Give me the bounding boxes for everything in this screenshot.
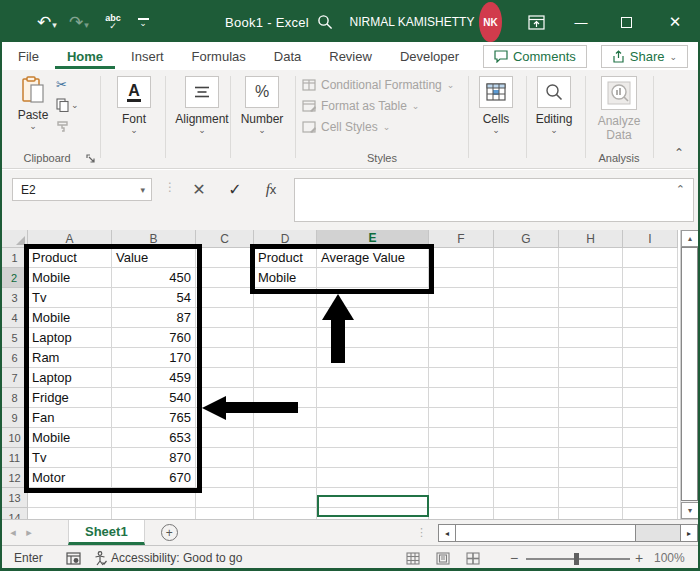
cell-E10[interactable] <box>317 428 429 448</box>
comments-button[interactable]: Comments <box>483 45 587 68</box>
cell-E12[interactable] <box>317 468 429 488</box>
cell-H9[interactable] <box>559 408 623 428</box>
column-header-C[interactable]: C <box>196 230 254 248</box>
editing-group-button[interactable]: Editing ⌄ <box>526 76 582 134</box>
undo-button[interactable]: ↶ ▾ <box>32 2 62 42</box>
zoom-slider-thumb[interactable] <box>574 553 579 565</box>
cell-F11[interactable] <box>429 448 494 468</box>
conditional-formatting-button[interactable]: Conditional Formatting ⌄ <box>302 78 454 92</box>
cell-I9[interactable] <box>623 408 678 428</box>
cell-H2[interactable] <box>559 268 623 288</box>
cell-E7[interactable] <box>317 368 429 388</box>
cell-C7[interactable] <box>196 368 254 388</box>
cell-D4[interactable] <box>254 308 317 328</box>
row-header-14[interactable]: 14 <box>2 508 28 519</box>
cell-H7[interactable] <box>559 368 623 388</box>
tab-insert[interactable]: Insert <box>119 44 176 69</box>
cell-A14[interactable] <box>28 508 112 519</box>
clipboard-dialog-launcher[interactable] <box>86 154 96 164</box>
cell-C1[interactable] <box>196 248 254 268</box>
cell-F10[interactable] <box>429 428 494 448</box>
cell-H10[interactable] <box>559 428 623 448</box>
spelling-button[interactable]: abc ✓ <box>100 2 126 42</box>
cell-D11[interactable] <box>254 448 317 468</box>
cell-C13[interactable] <box>196 488 254 508</box>
formula-bar-splitter[interactable]: ⋮ <box>164 180 176 194</box>
column-header-F[interactable]: F <box>429 230 494 248</box>
cell-F14[interactable] <box>429 508 494 519</box>
cell-G7[interactable] <box>494 368 559 388</box>
cell-F5[interactable] <box>429 328 494 348</box>
format-painter-button[interactable] <box>56 118 70 134</box>
cell-G14[interactable] <box>494 508 559 519</box>
cell-E11[interactable] <box>317 448 429 468</box>
vertical-scrollbar[interactable]: ▴ ▾ <box>680 230 698 519</box>
cell-F3[interactable] <box>429 288 494 308</box>
new-sheet-button[interactable]: + <box>161 524 178 541</box>
cell-C4[interactable] <box>196 308 254 328</box>
cell-C3[interactable] <box>196 288 254 308</box>
cell-C10[interactable] <box>196 428 254 448</box>
cell-B14[interactable] <box>112 508 196 519</box>
cell-D10[interactable] <box>254 428 317 448</box>
format-as-table-button[interactable]: Format as Table ⌄ <box>302 99 454 113</box>
cell-H13[interactable] <box>559 488 623 508</box>
cell-G5[interactable] <box>494 328 559 348</box>
cell-H8[interactable] <box>559 388 623 408</box>
column-header-G[interactable]: G <box>494 230 559 248</box>
tab-formulas[interactable]: Formulas <box>180 44 258 69</box>
cell-I13[interactable] <box>623 488 678 508</box>
cell-H6[interactable] <box>559 348 623 368</box>
paste-button[interactable]: Paste ⌄ <box>12 76 54 130</box>
cell-F12[interactable] <box>429 468 494 488</box>
page-layout-view-icon[interactable] <box>436 552 450 565</box>
user-name[interactable]: NIRMAL KAMISHETTY <box>347 2 477 42</box>
enter-entry-button[interactable]: ✓ <box>220 178 250 201</box>
cell-F7[interactable] <box>429 368 494 388</box>
cancel-entry-button[interactable]: ✕ <box>184 178 214 201</box>
cell-D7[interactable] <box>254 368 317 388</box>
zoom-level[interactable]: 100% <box>654 546 685 570</box>
tab-developer[interactable]: Developer <box>388 44 471 69</box>
cell-F4[interactable] <box>429 308 494 328</box>
horizontal-scrollbar[interactable]: ◂ ▸ <box>438 524 698 542</box>
tab-review[interactable]: Review <box>317 44 384 69</box>
vertical-scrollbar-thumb[interactable] <box>681 247 698 501</box>
cell-I6[interactable] <box>623 348 678 368</box>
cell-I4[interactable] <box>623 308 678 328</box>
horizontal-scrollbar-thumb[interactable] <box>456 525 636 541</box>
cell-G4[interactable] <box>494 308 559 328</box>
name-box[interactable]: E2 ▾ <box>12 178 152 201</box>
copy-button[interactable]: ⌄ <box>56 97 79 113</box>
cell-G11[interactable] <box>494 448 559 468</box>
analyze-data-button[interactable]: Analyze Data <box>590 76 648 142</box>
scroll-left-icon[interactable]: ◂ <box>439 525 456 541</box>
cell-G9[interactable] <box>494 408 559 428</box>
search-button[interactable] <box>310 2 340 42</box>
redo-button[interactable]: ↷ ▾ <box>64 2 94 42</box>
cell-I1[interactable] <box>623 248 678 268</box>
cell-F2[interactable] <box>429 268 494 288</box>
cut-button[interactable]: ✂ <box>56 76 67 92</box>
expand-formula-bar-icon[interactable]: ⌃ <box>676 183 685 196</box>
cell-H4[interactable] <box>559 308 623 328</box>
tab-data[interactable]: Data <box>262 44 313 69</box>
tab-bar-splitter[interactable]: ⋮ <box>416 526 427 539</box>
ribbon-display-options-button[interactable] <box>522 2 550 42</box>
cell-I3[interactable] <box>623 288 678 308</box>
font-group-button[interactable]: A Font ⌄ <box>106 76 162 134</box>
maximize-button[interactable] <box>612 2 640 42</box>
cell-H1[interactable] <box>559 248 623 268</box>
cell-F6[interactable] <box>429 348 494 368</box>
cell-F1[interactable] <box>429 248 494 268</box>
cell-F8[interactable] <box>429 388 494 408</box>
cell-C14[interactable] <box>196 508 254 519</box>
scroll-right-icon[interactable]: ▸ <box>680 525 697 541</box>
customize-qat-button[interactable]: ⌄ <box>132 2 154 42</box>
cell-F9[interactable] <box>429 408 494 428</box>
cell-I5[interactable] <box>623 328 678 348</box>
cell-H5[interactable] <box>559 328 623 348</box>
sheet-tab-sheet1[interactable]: Sheet1 <box>68 520 145 545</box>
cell-D5[interactable] <box>254 328 317 348</box>
cell-D14[interactable] <box>254 508 317 519</box>
